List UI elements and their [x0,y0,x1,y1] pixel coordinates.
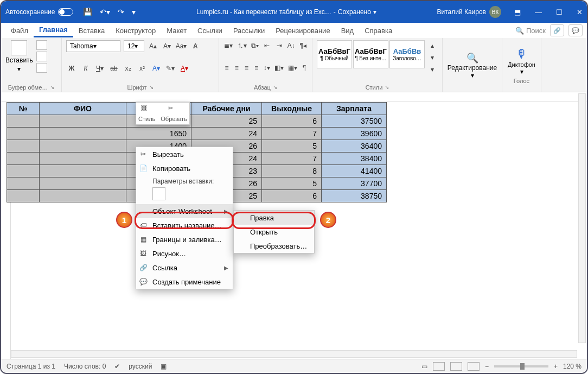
language-indicator[interactable]: русский [129,363,152,370]
print-layout-icon[interactable] [450,362,462,371]
dictate-label[interactable]: Диктофон [508,61,535,68]
horizontal-ruler[interactable] [1,92,587,102]
comments-button[interactable]: 💬 [568,24,583,36]
italic-icon[interactable]: К [80,63,91,74]
maximize-icon[interactable]: ☐ [556,8,563,16]
menu-object-worksheet[interactable]: Объект Worksheet▶ [136,204,233,218]
redo-icon[interactable]: ↷ [118,8,124,16]
indent-icon[interactable]: ⇥ [274,40,283,51]
shrink-font-icon[interactable]: A▾ [162,41,172,52]
clear-format-icon[interactable]: A̷ [190,41,201,52]
align-right-icon[interactable]: ≡ [243,62,250,73]
line-spacing-icon[interactable]: ↕▾ [263,62,271,73]
menu-link[interactable]: 🔗Ссылка▶ [136,261,233,275]
font-launcher-icon[interactable]: ↘ [149,84,154,91]
submenu-open[interactable]: Открыть [234,225,314,239]
minimize-icon[interactable]: — [535,8,542,16]
paste-option-icon[interactable] [152,187,165,200]
shading-icon[interactable]: ◧▾ [274,62,284,73]
para-launcher-icon[interactable]: ↘ [273,84,277,91]
font-name-select[interactable]: Tahoma ▾ [66,40,120,52]
toggle-icon[interactable] [58,8,73,16]
subscript-icon[interactable]: x₂ [123,63,133,74]
align-center-icon[interactable]: ≡ [233,62,240,73]
user-account[interactable]: Виталий Каиров ВК [437,6,501,18]
zoom-level[interactable]: 120 % [563,363,581,370]
undo-icon[interactable]: ↶▾ [100,8,110,16]
ribbon-options-icon[interactable]: ⬒ [514,8,521,16]
tab-help[interactable]: Справка [359,24,398,37]
mini-style-button[interactable]: 🖼 Стиль [138,105,155,122]
submenu-convert[interactable]: Преобразовать… [234,239,314,253]
search-box[interactable]: 🔍 Поиск [515,27,546,35]
dictate-icon[interactable]: 🎙 [516,47,528,61]
macro-icon[interactable]: ▣ [161,363,167,370]
sort-icon[interactable]: A↓ [287,40,296,51]
tab-mailings[interactable]: Рассылки [228,24,270,37]
change-case-icon[interactable]: Aa▾ [176,41,187,52]
menu-cut[interactable]: ✂Вырезать [136,147,233,161]
zoom-slider[interactable] [494,365,548,367]
tab-view[interactable]: Вид [336,24,360,37]
cut-icon[interactable] [36,40,47,50]
tab-references[interactable]: Ссылки [192,24,228,37]
horizontal-scrollbar[interactable] [11,350,577,358]
menu-copy[interactable]: 📄Копировать [136,161,233,175]
web-layout-icon[interactable] [468,362,480,371]
strike-icon[interactable]: ab [108,63,119,74]
save-icon[interactable]: 💾 [83,8,92,16]
tab-layout[interactable]: Макет [161,24,192,37]
tab-insert[interactable]: Вставка [73,24,110,37]
align-left-icon[interactable]: ≡ [223,62,230,73]
numbering-icon[interactable]: ⒈▾ [237,40,247,51]
underline-icon[interactable]: Ч▾ [94,63,105,74]
style-no-spacing[interactable]: АаБбВвГ¶ Без инте… [353,40,388,68]
tab-design[interactable]: Конструктор [110,24,161,37]
editing-label[interactable]: Редактирование [448,64,497,72]
menu-borders-shading[interactable]: ▦Границы и заливка… [136,232,233,246]
close-icon[interactable]: ✕ [577,8,583,16]
show-marks-icon[interactable]: ¶ [301,62,308,73]
spellcheck-icon[interactable]: ✔ [114,363,120,370]
styles-up-icon[interactable]: ▴ [427,40,438,51]
styles-more-icon[interactable]: ▾ [427,64,438,75]
style-normal[interactable]: АаБбВвГ¶ Обычный [317,40,352,68]
qat-more-icon[interactable]: ▾ [132,8,136,16]
rtl-icon[interactable]: ¶◂ [299,40,308,51]
copy-icon[interactable] [36,52,47,61]
styles-down-icon[interactable]: ▾ [427,52,438,63]
zoom-in-icon[interactable]: + [554,363,558,370]
clipboard-launcher-icon[interactable]: ↘ [50,84,54,91]
tab-file[interactable]: Файл [5,24,34,37]
bold-icon[interactable]: Ж [66,63,77,74]
grow-font-icon[interactable]: A▴ [148,41,158,52]
borders-icon[interactable]: ▦▾ [287,62,298,73]
outdent-icon[interactable]: ⇤ [263,40,271,51]
styles-launcher-icon[interactable]: ↘ [385,84,389,91]
zoom-out-icon[interactable]: − [485,363,489,370]
multilevel-icon[interactable]: ⧉▾ [251,40,259,51]
justify-icon[interactable]: ≡ [253,62,260,73]
text-effects-icon[interactable]: A▾ [151,63,162,74]
bullets-icon[interactable]: ≣▾ [223,40,233,51]
autosave-toggle[interactable]: Автосохранение [5,8,73,16]
word-count[interactable]: Число слов: 0 [64,363,106,370]
share-button[interactable]: 🔗 [550,24,564,36]
submenu-edit[interactable]: Правка [234,211,314,225]
tab-review[interactable]: Рецензирование [270,24,335,37]
superscript-icon[interactable]: x² [137,63,148,74]
find-icon[interactable]: 🔍 [466,52,478,64]
highlight-icon[interactable]: ✎▾ [165,63,176,74]
menu-new-comment[interactable]: 💬Создать примечание [136,275,233,289]
menu-picture[interactable]: 🖼Рисунок… [136,246,233,261]
menu-insert-caption[interactable]: 🏷Вставить название… [136,218,233,232]
format-painter-icon[interactable] [36,63,47,73]
paste-button[interactable]: Вставить ▾ [5,40,33,73]
style-heading[interactable]: АаБбВвЗаголово… [389,40,425,68]
font-size-select[interactable]: 12 ▾ [124,40,144,52]
tab-home[interactable]: Главная [34,23,73,37]
page-indicator[interactable]: Страница 1 из 1 [7,363,55,370]
mini-crop-button[interactable]: ✂ Обрезать [161,105,187,122]
font-color-icon[interactable]: A▾ [179,63,190,74]
focus-mode-icon[interactable]: ▭ [421,363,427,370]
